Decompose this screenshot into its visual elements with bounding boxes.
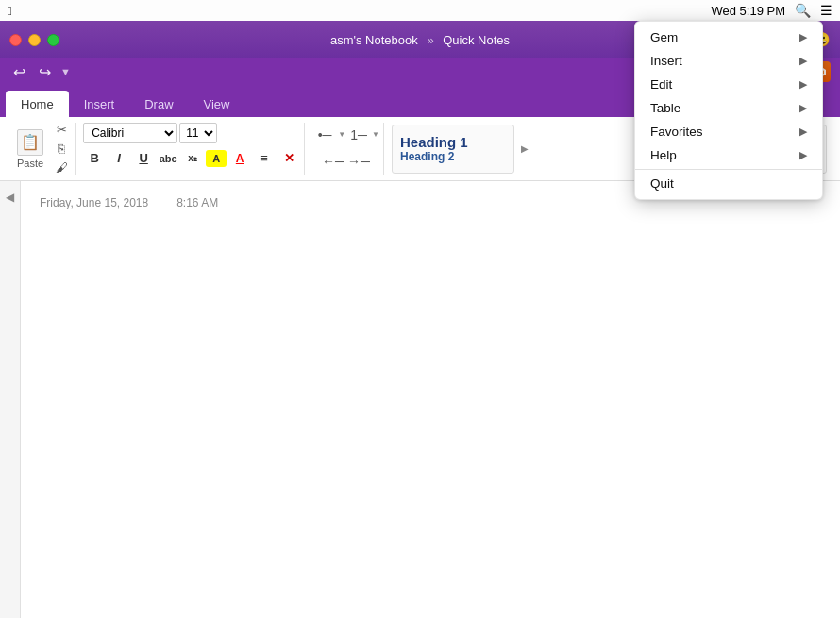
font-family-select[interactable]: Calibri xyxy=(83,123,177,143)
page-time: 8:16 AM xyxy=(176,196,218,209)
context-menu-favorites[interactable]: Favorites ▶ xyxy=(635,120,822,143)
clock: Wed 5:19 PM xyxy=(711,4,785,18)
maximize-button[interactable] xyxy=(47,34,59,46)
styles-next-button[interactable]: ▶ xyxy=(517,132,532,166)
context-menu-quit[interactable]: Quit xyxy=(635,172,822,195)
strikethrough-button[interactable]: abc xyxy=(157,147,179,170)
font-size-select[interactable]: 11 xyxy=(179,123,217,143)
highlight-button[interactable]: A xyxy=(206,150,227,167)
tab-draw[interactable]: Draw xyxy=(129,91,188,117)
traffic-lights xyxy=(9,34,59,46)
indent-increase-button[interactable]: →─ xyxy=(346,149,371,174)
window-title: asm's Notebook » Quick Notes xyxy=(330,33,510,47)
help-submenu-arrow: ▶ xyxy=(799,149,807,161)
heading1-style: Heading 1 xyxy=(400,134,506,150)
format-buttons: B I U abc x₂ A A ≡ ✕ xyxy=(83,147,300,170)
context-menu-gem[interactable]: Gem ▶ xyxy=(635,25,822,49)
heading2-style: Heading 2 xyxy=(400,150,506,163)
insert-submenu-arrow: ▶ xyxy=(799,55,807,67)
undo-button[interactable]: ↩ xyxy=(9,61,29,83)
table-submenu-arrow: ▶ xyxy=(799,102,807,114)
font-section: Calibri 11 B I U abc x₂ A A ≡ ✕ xyxy=(79,123,305,175)
text-color-button[interactable]: A xyxy=(228,147,251,170)
paste-button[interactable]: 📋 Paste xyxy=(11,125,49,173)
context-menu-table[interactable]: Table ▶ xyxy=(635,96,822,120)
paste-icon: 📋 xyxy=(17,129,43,156)
font-controls: Calibri 11 xyxy=(83,123,217,143)
styles-section: Heading 1 Heading 2 ▶ xyxy=(388,123,672,175)
context-menu-divider xyxy=(635,169,822,170)
bullet-list-dropdown[interactable]: ▼ xyxy=(338,130,345,139)
numbered-list-dropdown[interactable]: ▼ xyxy=(372,130,379,139)
bullet-list-button[interactable]: •─ xyxy=(312,123,337,147)
page-date: Friday, June 15, 2018 xyxy=(40,196,148,209)
tab-insert[interactable]: Insert xyxy=(69,91,130,117)
close-button[interactable] xyxy=(9,34,22,46)
align-button[interactable]: ≡ xyxy=(253,147,276,170)
styles-box[interactable]: Heading 1 Heading 2 xyxy=(392,125,514,174)
sidebar-toggle-button[interactable]: ◀ xyxy=(0,181,21,618)
scissors-icon[interactable]: ✂ xyxy=(52,122,71,139)
edit-submenu-arrow: ▶ xyxy=(799,78,807,91)
undo-redo-dropdown[interactable]: ▼ xyxy=(60,66,71,77)
underline-button[interactable]: U xyxy=(132,147,155,170)
tab-view[interactable]: View xyxy=(189,91,245,117)
indent-decrease-button[interactable]: ←─ xyxy=(321,149,345,174)
context-menu-edit[interactable]: Edit ▶ xyxy=(635,73,822,96)
copy-icon[interactable]: ⎘ xyxy=(52,141,71,158)
content-area[interactable]: Friday, June 15, 2018 8:16 AM xyxy=(21,181,840,618)
clipboard-section: 📋 Paste ✂ ⎘ 🖌 xyxy=(8,123,76,175)
menu-icon[interactable]: ☰ xyxy=(820,3,832,18)
clear-format-button[interactable]: ✕ xyxy=(277,147,300,170)
subscript-button[interactable]: x₂ xyxy=(181,147,204,170)
numbered-list-button[interactable]: 1─ xyxy=(346,123,371,147)
mac-menubar:  Wed 5:19 PM 🔍 ☰ xyxy=(0,0,840,21)
redo-button[interactable]: ↪ xyxy=(35,61,55,83)
search-icon[interactable]: 🔍 xyxy=(795,3,811,18)
context-menu-help[interactable]: Help ▶ xyxy=(635,143,822,167)
apple-menu[interactable]:  xyxy=(8,4,12,18)
context-menu: Gem ▶ Insert ▶ Edit ▶ Table ▶ Favorites … xyxy=(634,21,823,200)
minimize-button[interactable] xyxy=(28,34,41,46)
italic-button[interactable]: I xyxy=(108,147,130,170)
context-menu-insert[interactable]: Insert ▶ xyxy=(635,49,822,73)
gem-submenu-arrow: ▶ xyxy=(799,31,807,43)
bold-button[interactable]: B xyxy=(83,147,106,170)
list-section: •─ ▼ 1─ ▼ ←─ →─ xyxy=(309,123,384,175)
favorites-submenu-arrow: ▶ xyxy=(799,125,807,138)
tab-home[interactable]: Home xyxy=(6,91,69,117)
format-paint-icon[interactable]: 🖌 xyxy=(52,159,71,176)
main-area: ◀ Friday, June 15, 2018 8:16 AM xyxy=(0,181,840,618)
scissors-column: ✂ ⎘ 🖌 xyxy=(52,122,71,176)
